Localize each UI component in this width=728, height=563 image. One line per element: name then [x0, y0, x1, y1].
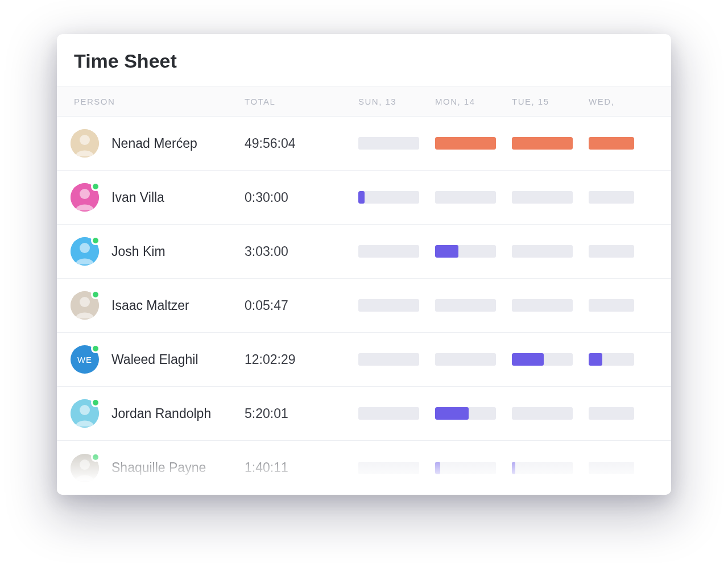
col-header-total[interactable]: TOTAL: [245, 97, 358, 106]
day-cell[interactable]: [435, 462, 512, 474]
day-cell[interactable]: [358, 245, 435, 258]
time-bar: [589, 407, 634, 420]
col-header-day-1[interactable]: MON, 14: [435, 97, 512, 106]
avatar[interactable]: [71, 237, 99, 266]
day-cell[interactable]: [589, 137, 634, 150]
avatar[interactable]: [71, 291, 99, 320]
avatar[interactable]: [71, 454, 99, 482]
time-bar-fill: [512, 353, 544, 366]
time-bar: [358, 353, 419, 366]
table-row[interactable]: Isaac Maltzer0:05:47: [57, 279, 671, 333]
person-cell: Ivan Villa: [57, 183, 245, 212]
day-cell[interactable]: [435, 137, 512, 150]
day-cell[interactable]: [435, 191, 512, 204]
table-row[interactable]: Nenad Merćep49:56:04: [57, 117, 671, 171]
table-row[interactable]: Jordan Randolph5:20:01: [57, 387, 671, 441]
svg-point-1: [80, 135, 90, 145]
day-cell[interactable]: [358, 137, 435, 150]
day-cell[interactable]: [435, 407, 512, 420]
day-cell[interactable]: [589, 407, 634, 420]
day-cell[interactable]: [589, 462, 634, 474]
table-row[interactable]: Josh Kim3:03:00: [57, 225, 671, 279]
person-cell: Nenad Merćep: [57, 129, 245, 158]
time-bar: [358, 245, 419, 258]
day-cell[interactable]: [358, 407, 435, 420]
time-bar: [512, 191, 573, 204]
person-name[interactable]: Josh Kim: [111, 244, 166, 259]
time-bar: [358, 137, 419, 150]
avatar[interactable]: WE: [71, 345, 99, 374]
total-time: 12:02:29: [245, 352, 358, 367]
day-cell[interactable]: [512, 462, 589, 474]
col-header-day-3[interactable]: WED,: [589, 97, 634, 106]
day-cell[interactable]: [358, 191, 435, 204]
table-body: Nenad Merćep49:56:04Ivan Villa0:30:00Jos…: [57, 117, 671, 495]
day-cell[interactable]: [589, 191, 634, 204]
svg-point-9: [80, 405, 90, 415]
time-bar: [435, 299, 496, 312]
svg-point-11: [80, 459, 90, 470]
time-bar: [512, 462, 573, 474]
time-bar: [589, 462, 634, 474]
table-row[interactable]: Shaquille Payne1:40:11: [57, 441, 671, 495]
day-cell[interactable]: [512, 407, 589, 420]
person-cell: WEWaleed Elaghil: [57, 345, 245, 374]
col-header-day-0[interactable]: SUN, 13: [358, 97, 435, 106]
table-row[interactable]: Ivan Villa0:30:00: [57, 171, 671, 225]
time-bar: [435, 191, 496, 204]
day-cell[interactable]: [512, 137, 589, 150]
avatar[interactable]: [71, 183, 99, 212]
total-time: 0:05:47: [245, 298, 358, 313]
time-bar: [589, 299, 634, 312]
day-cell[interactable]: [589, 245, 634, 258]
person-name[interactable]: Ivan Villa: [111, 190, 164, 205]
day-cell[interactable]: [435, 299, 512, 312]
time-bar: [435, 462, 496, 474]
time-bar: [435, 407, 496, 420]
avatar[interactable]: [71, 129, 99, 158]
col-header-person[interactable]: PERSON: [57, 97, 245, 106]
timesheet-card: Time Sheet PERSON TOTAL SUN, 13 MON, 14 …: [57, 34, 671, 495]
time-bar: [589, 245, 634, 258]
total-time: 0:30:00: [245, 190, 358, 205]
time-bar-fill: [358, 191, 365, 204]
presence-indicator-icon: [91, 182, 100, 191]
person-name[interactable]: Nenad Merćep: [111, 136, 197, 151]
person-cell: Josh Kim: [57, 237, 245, 266]
time-bar: [435, 137, 496, 150]
time-bar: [358, 191, 419, 204]
time-bar-fill: [589, 137, 634, 150]
time-bar: [435, 353, 496, 366]
day-cell[interactable]: [589, 353, 634, 366]
svg-point-3: [80, 189, 90, 199]
time-bar-fill: [512, 137, 573, 150]
day-cell[interactable]: [435, 353, 512, 366]
time-bar: [512, 137, 573, 150]
time-bar-fill: [589, 353, 602, 366]
day-cell[interactable]: [358, 353, 435, 366]
day-cell[interactable]: [358, 299, 435, 312]
day-cell[interactable]: [358, 462, 435, 474]
day-cell[interactable]: [512, 245, 589, 258]
person-cell: Isaac Maltzer: [57, 291, 245, 320]
time-bar: [589, 353, 634, 366]
time-bar: [358, 462, 419, 474]
col-header-day-2[interactable]: TUE, 15: [512, 97, 589, 106]
person-name[interactable]: Shaquille Payne: [111, 460, 206, 475]
avatar[interactable]: [71, 399, 99, 428]
day-cell[interactable]: [512, 353, 589, 366]
time-bar-fill: [435, 407, 469, 420]
presence-indicator-icon: [91, 398, 100, 407]
table-row[interactable]: WEWaleed Elaghil12:02:29: [57, 333, 671, 387]
time-bar-fill: [435, 245, 458, 258]
time-bar: [512, 299, 573, 312]
day-cell[interactable]: [589, 299, 634, 312]
person-name[interactable]: Isaac Maltzer: [111, 298, 189, 313]
person-name[interactable]: Jordan Randolph: [111, 406, 211, 421]
presence-indicator-icon: [91, 453, 100, 462]
day-cell[interactable]: [512, 299, 589, 312]
day-cell[interactable]: [512, 191, 589, 204]
day-cell[interactable]: [435, 245, 512, 258]
person-name[interactable]: Waleed Elaghil: [111, 352, 198, 367]
total-time: 49:56:04: [245, 136, 358, 151]
